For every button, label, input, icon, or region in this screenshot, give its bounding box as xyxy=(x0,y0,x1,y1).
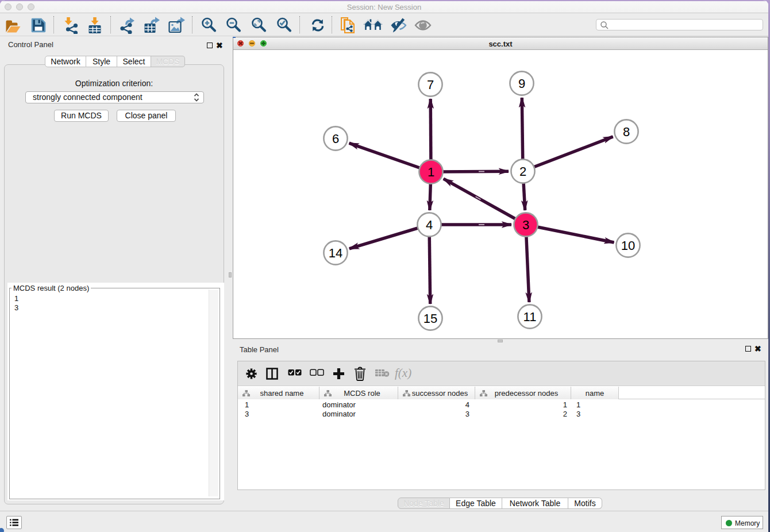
svg-text:2: 2 xyxy=(519,164,526,179)
svg-text:11: 11 xyxy=(523,310,537,324)
svg-text:9: 9 xyxy=(518,76,525,91)
svg-text:6: 6 xyxy=(332,132,339,146)
svg-text:3: 3 xyxy=(522,218,529,232)
svg-text:1: 1 xyxy=(428,165,434,179)
svg-text:15: 15 xyxy=(424,311,437,326)
svg-text:8: 8 xyxy=(623,125,630,139)
svg-text:4: 4 xyxy=(426,218,433,232)
svg-text:7: 7 xyxy=(427,78,434,92)
svg-text:14: 14 xyxy=(329,246,342,260)
svg-text:10: 10 xyxy=(621,238,635,253)
